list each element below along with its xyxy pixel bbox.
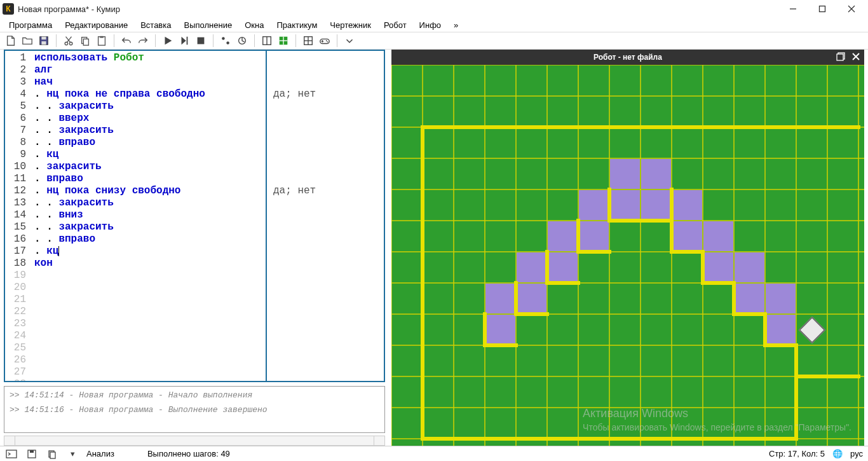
menu-item[interactable]: Редактирование — [60, 19, 133, 31]
painted-cell — [517, 284, 546, 313]
wall — [670, 188, 674, 223]
paste-icon[interactable] — [95, 34, 109, 48]
minimize-button[interactable] — [779, 0, 807, 18]
svg-point-31 — [326, 40, 327, 41]
window-restore-icon[interactable] — [836, 52, 845, 63]
titlebar: К Новая программа* - Кумир — [0, 0, 868, 18]
lang-label[interactable]: рус — [850, 449, 863, 458]
menubar: ПрограммаРедактированиеВставкаВыполнение… — [0, 18, 868, 32]
wall — [514, 281, 518, 316]
wall — [670, 219, 674, 254]
redo-icon[interactable] — [136, 34, 150, 48]
robot-field[interactable]: Активация Windows Чтобы активировать Win… — [391, 65, 864, 446]
undo-icon[interactable] — [119, 34, 133, 48]
painted-cell — [672, 221, 702, 251]
painted-cell — [766, 315, 796, 345]
separator-icon: ▾ — [66, 448, 79, 460]
svg-point-17 — [222, 37, 225, 40]
wall — [421, 125, 424, 441]
analysis-label[interactable]: Анализ — [86, 449, 114, 458]
gamepad-icon[interactable] — [318, 34, 332, 48]
main-area: 1234567891011121314151617181920212223242… — [0, 50, 868, 446]
toolbar — [0, 32, 868, 50]
wall — [576, 250, 611, 254]
statusbar: ▾ Анализ Выполнено шагов: 49 Стр: 17, Ко… — [0, 446, 868, 461]
stop-icon[interactable] — [194, 34, 208, 48]
wall — [421, 437, 798, 441]
wall — [421, 125, 860, 129]
menu-item[interactable]: Выполнение — [179, 19, 237, 31]
wall — [763, 343, 798, 347]
layout3-icon[interactable] — [301, 34, 315, 48]
menu-item[interactable]: Вставка — [135, 19, 176, 31]
menu-item[interactable]: Робот — [379, 19, 412, 31]
layout2-icon[interactable] — [276, 34, 290, 48]
new-file-icon[interactable] — [4, 34, 18, 48]
wall — [483, 312, 487, 347]
horizontal-scrollbar[interactable] — [4, 436, 385, 446]
painted-cell — [641, 159, 671, 189]
painted-cell — [703, 252, 733, 282]
console-line: >> 14:51:14 - Новая программа - Начало в… — [10, 390, 379, 400]
panel-close-icon[interactable] — [851, 52, 860, 63]
step-icon[interactable] — [177, 34, 191, 48]
wall — [545, 250, 549, 285]
svg-rect-12 — [83, 39, 88, 45]
svg-rect-6 — [41, 41, 46, 45]
painted-cell — [517, 252, 546, 282]
layout1-icon[interactable] — [260, 34, 274, 48]
close-button[interactable] — [837, 0, 865, 18]
copy-icon[interactable] — [78, 34, 92, 48]
svg-rect-69 — [6, 450, 17, 458]
wall — [701, 250, 705, 285]
actor2-icon[interactable] — [235, 34, 249, 48]
wall — [607, 219, 674, 223]
wall — [763, 312, 767, 347]
code-editor[interactable]: 1234567891011121314151617181920212223242… — [4, 50, 385, 382]
menu-item[interactable]: Чертежник — [325, 19, 376, 31]
wall — [607, 188, 611, 223]
svg-rect-5 — [41, 37, 46, 40]
wall — [794, 375, 860, 378]
svg-rect-13 — [98, 37, 105, 45]
painted-cell — [735, 252, 764, 282]
output-console[interactable]: >> 14:51:14 - Новая программа - Начало в… — [4, 386, 385, 433]
menu-item[interactable]: Окна — [240, 19, 269, 31]
wall — [483, 343, 518, 347]
cursor-position: Стр: 17, Кол: 5 — [769, 449, 825, 458]
painted-cell — [548, 221, 578, 251]
line-gutter: 1234567891011121314151617181920212223242… — [5, 51, 31, 381]
wall — [732, 312, 767, 316]
menu-item[interactable]: Программа — [4, 19, 57, 31]
maximize-button[interactable] — [808, 0, 836, 18]
chevron-down-icon[interactable] — [342, 34, 356, 48]
globe-icon[interactable]: 🌐 — [832, 449, 843, 458]
run-icon[interactable] — [161, 34, 175, 48]
menu-item[interactable]: » — [449, 19, 463, 31]
console-toggle-icon[interactable] — [5, 448, 18, 460]
save-file-icon[interactable] — [37, 34, 51, 48]
svg-rect-14 — [100, 36, 103, 38]
painted-cell — [579, 221, 609, 251]
cut-icon[interactable] — [62, 34, 76, 48]
svg-rect-34 — [837, 54, 843, 60]
wall — [514, 312, 549, 316]
painted-cell — [766, 284, 796, 313]
actor-icon[interactable] — [219, 34, 233, 48]
copy-status-icon[interactable] — [46, 448, 58, 460]
save-status-icon[interactable] — [25, 448, 38, 460]
menu-item[interactable]: Инфо — [414, 19, 446, 31]
painted-cell — [548, 252, 578, 282]
open-file-icon[interactable] — [20, 34, 34, 48]
painted-cell — [485, 284, 515, 313]
wall — [576, 219, 580, 254]
console-line: >> 14:51:16 - Новая программа - Выполнен… — [10, 405, 379, 415]
left-pane: 1234567891011121314151617181920212223242… — [4, 50, 385, 446]
painted-cell — [610, 159, 640, 189]
painted-cell — [672, 190, 702, 220]
painted-cell — [485, 315, 515, 345]
menu-item[interactable]: Практикум — [271, 19, 322, 31]
code-text[interactable]: использовать Роботалгнач. нц пока не спр… — [31, 51, 266, 381]
windows-watermark: Активация Windows Чтобы активировать Win… — [583, 406, 851, 433]
svg-rect-71 — [30, 450, 34, 453]
